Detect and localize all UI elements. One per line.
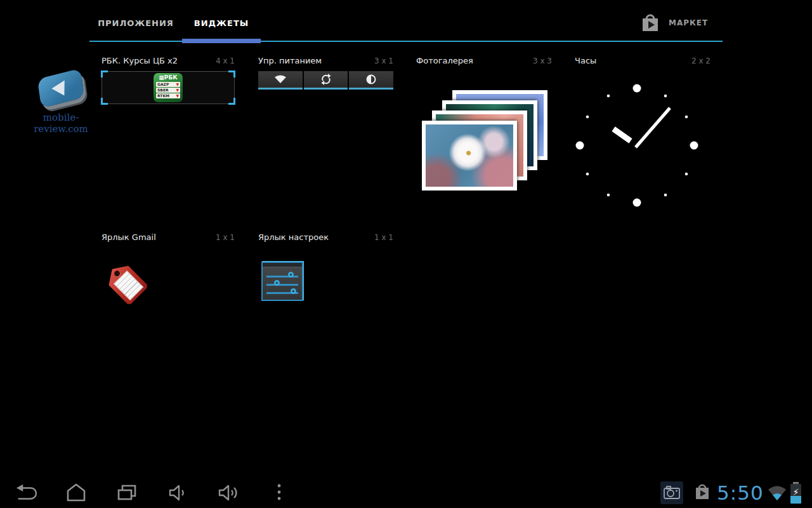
market-notification-button[interactable] xyxy=(694,483,710,504)
widget-size: 3 x 3 xyxy=(533,57,552,65)
market-bag-icon xyxy=(641,13,660,33)
recents-icon xyxy=(115,483,138,503)
brightness-toggle xyxy=(349,71,393,90)
widget-title: Упр. питанием xyxy=(258,56,322,65)
down-arrow-icon: ▼ xyxy=(176,88,179,93)
rbk-widget-preview: ▦РБК GAZP▼ SBER▼ RTKM▼ xyxy=(102,71,235,104)
focus-corner-icon xyxy=(228,70,235,77)
volume-down-button[interactable] xyxy=(165,480,190,505)
camera-icon xyxy=(663,485,681,501)
watermark: mobile-review.com xyxy=(23,74,99,135)
power-widget-preview xyxy=(258,71,393,90)
back-icon xyxy=(13,483,37,503)
widget-size: 3 x 1 xyxy=(374,57,393,65)
widget-size: 4 x 1 xyxy=(216,57,235,65)
selected-tab-indicator xyxy=(182,39,261,43)
wifi-icon xyxy=(274,75,287,84)
widget-size: 2 x 2 xyxy=(691,57,710,65)
widget-title: РБК. Курсы ЦБ x2 xyxy=(102,56,178,65)
wifi-toggle xyxy=(258,71,303,90)
shop-bag-icon xyxy=(694,483,710,502)
sync-toggle xyxy=(304,71,348,90)
status-area[interactable]: 5:50 ⚡ xyxy=(717,478,809,508)
analog-clock-face xyxy=(573,82,700,209)
down-arrow-icon: ▼ xyxy=(176,93,179,98)
widget-title: Часы xyxy=(575,56,596,65)
minute-hand xyxy=(636,108,670,147)
widget-title: Фотогалерея xyxy=(416,56,473,65)
ticker-row: SBER▼ xyxy=(156,88,180,93)
system-bar: 5:50 ⚡ xyxy=(0,478,812,508)
focus-corner-icon xyxy=(228,98,235,105)
battery-charging-icon: ⚡ xyxy=(790,482,801,504)
status-clock: 5:50 xyxy=(717,481,764,504)
rbk-app-icon: ▦РБК GAZP▼ SBER▼ RTKM▼ xyxy=(154,73,183,102)
ticker-row: RTKM▼ xyxy=(156,93,180,98)
volume-up-icon xyxy=(217,483,240,502)
action-bar: ПРИЛОЖЕНИЯ ВИДЖЕТЫ МАРКЕТ xyxy=(0,0,812,43)
tab-widgets[interactable]: ВИДЖЕТЫ xyxy=(182,15,261,32)
home-icon xyxy=(65,483,88,503)
photo-thumbnail-flower xyxy=(422,121,517,190)
down-arrow-icon: ▼ xyxy=(176,82,179,87)
mobile-review-logo-icon xyxy=(37,69,84,109)
widget-photo-gallery[interactable]: Фотогалерея 3 x 3 xyxy=(416,56,552,65)
focus-corner-icon xyxy=(101,70,108,77)
widget-gmail-shortcut[interactable]: Ярлык Gmail 1 x 1 xyxy=(102,232,235,305)
settings-sliders-icon xyxy=(261,262,303,301)
widget-size: 1 x 1 xyxy=(216,233,235,242)
widget-rbk-rates[interactable]: РБК. Курсы ЦБ x2 4 x 1 ▦РБК GAZP▼ SBER▼ … xyxy=(102,56,235,104)
hour-hand xyxy=(613,129,631,141)
rbk-brand: ▦РБК xyxy=(156,74,180,81)
widget-power-control[interactable]: Упр. питанием 3 x 1 xyxy=(258,56,393,90)
tab-applications[interactable]: ПРИЛОЖЕНИЯ xyxy=(96,15,175,32)
widget-title: Ярлык Gmail xyxy=(102,232,156,242)
menu-overflow-button[interactable] xyxy=(266,480,292,505)
widget-analog-clock[interactable]: Часы 2 x 2 xyxy=(575,56,710,211)
home-button[interactable] xyxy=(63,480,89,505)
volume-down-icon xyxy=(167,483,188,502)
recent-apps-button[interactable] xyxy=(114,480,140,505)
camera-notification-button[interactable] xyxy=(660,481,683,504)
watermark-text: mobile-review.com xyxy=(23,112,99,135)
brightness-icon xyxy=(366,74,376,84)
sync-icon xyxy=(320,74,332,85)
volume-up-button[interactable] xyxy=(216,480,241,505)
back-button[interactable] xyxy=(13,480,38,505)
widget-settings-shortcut[interactable]: Ярлык настроек 1 x 1 xyxy=(258,232,393,301)
market-button[interactable]: МАРКЕТ xyxy=(641,10,742,36)
menu-dots-icon xyxy=(276,483,282,503)
focus-corner-icon xyxy=(101,98,108,105)
cursor-arrow-icon xyxy=(51,77,70,95)
gmail-label-icon xyxy=(105,261,147,305)
wifi-status-icon xyxy=(768,485,787,501)
ticker-row: GAZP▼ xyxy=(156,82,180,87)
widget-title: Ярлык настроек xyxy=(258,232,329,242)
market-label: МАРКЕТ xyxy=(669,18,708,27)
widget-size: 1 x 1 xyxy=(374,233,393,242)
